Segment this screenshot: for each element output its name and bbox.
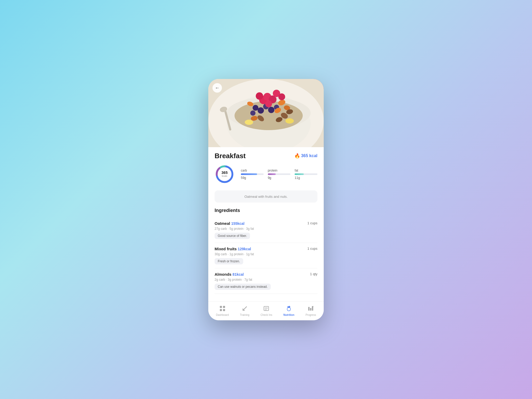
svg-point-5: [258, 107, 264, 114]
nav-item-checkins[interactable]: Check Ins: [258, 304, 275, 318]
svg-point-9: [253, 105, 258, 111]
svg-point-12: [256, 92, 263, 100]
nav-item-nutrition[interactable]: Nutrition: [281, 304, 297, 318]
nav-label-training: Training: [240, 313, 249, 316]
donut-label: kcals: [221, 175, 227, 177]
ingredient-almonds-kcal: 81kcal: [232, 272, 244, 276]
nav-item-progress[interactable]: Progress: [303, 304, 319, 318]
svg-rect-37: [220, 309, 222, 311]
nutrition-icon: [286, 306, 292, 313]
ingredient-almonds-tag: Can use walnuts or pecans instead.: [215, 284, 271, 290]
back-button[interactable]: ←: [212, 83, 222, 93]
ingredient-almonds-qty: 1 qty: [310, 272, 317, 276]
ingredients-title: Ingredients: [215, 208, 317, 213]
macro-fat-track: [295, 173, 317, 175]
calorie-donut: 365 kcals: [215, 164, 235, 184]
ingredient-oatmeal: Oatmeal 155kcal 1 cups 27g carb · 5g pro…: [215, 217, 317, 243]
ingredient-oatmeal-macros: 27g carb · 5g protein · 3g fat: [215, 227, 317, 231]
ingredient-oatmeal-qty: 1 cups: [307, 221, 317, 225]
macro-fat: fat 11g: [295, 169, 317, 180]
dashboard-icon: [220, 306, 225, 313]
kcal-badge: 🔥 365 kcal: [294, 153, 317, 159]
macro-protein-fill: [268, 173, 276, 175]
ingredient-mixed-fruits: Mixed fruits 129kcal 1 cups 30g carb · 1…: [215, 243, 317, 268]
macro-carb-name: carb: [241, 169, 264, 172]
phone-container: ← Breakfast 🔥 365 kcal: [208, 79, 324, 320]
description-box: Oatmeal with fruits and nuts.: [215, 190, 317, 203]
progress-icon: [308, 306, 314, 313]
svg-point-28: [278, 93, 285, 100]
donut-number: 365: [221, 171, 227, 175]
svg-point-26: [285, 118, 294, 124]
ingredient-almonds: Almonds 81kcal 1 qty 2g carb · 3g protei…: [215, 268, 317, 294]
ingredient-almonds-macros: 2g carb · 3g protein · 7g fat: [215, 278, 317, 281]
macro-fat-value: 11g: [295, 176, 317, 180]
nav-item-dashboard[interactable]: Dashboard: [213, 304, 231, 318]
macro-section: 365 kcals carb 59g protein: [208, 163, 324, 188]
description-text: Oatmeal with fruits and nuts.: [244, 195, 288, 199]
nav-label-progress: Progress: [306, 313, 316, 316]
macro-carb: carb 59g: [241, 169, 264, 180]
svg-rect-46: [308, 307, 310, 311]
svg-point-7: [268, 107, 274, 113]
nav-item-training[interactable]: Training: [237, 304, 252, 318]
ingredient-fruits-tag: Fresh or frozen.: [215, 258, 243, 264]
content-area: Breakfast 🔥 365 kcal: [208, 147, 324, 301]
ingredient-oatmeal-name-group: Oatmeal 155kcal: [215, 221, 244, 226]
svg-rect-35: [220, 306, 222, 308]
svg-point-15: [265, 100, 272, 107]
ingredient-oatmeal-header: Oatmeal 155kcal 1 cups: [215, 221, 317, 226]
macro-fat-fill: [295, 173, 304, 175]
ingredient-almonds-header: Almonds 81kcal 1 qty: [215, 272, 317, 277]
ingredient-fruits-name: Mixed fruits: [215, 247, 238, 251]
nav-label-dashboard: Dashboard: [216, 313, 229, 316]
food-image: ←: [208, 79, 324, 147]
ingredient-fruits-name-group: Mixed fruits 129kcal: [215, 247, 251, 251]
back-arrow-icon: ←: [215, 86, 220, 90]
meal-title: Breakfast: [215, 152, 246, 160]
macro-protein-name: protein: [268, 169, 291, 172]
svg-rect-47: [310, 308, 311, 311]
ingredient-oatmeal-kcal: 155kcal: [231, 221, 244, 226]
flame-icon: 🔥: [294, 153, 300, 159]
donut-center: 365 kcals: [221, 171, 227, 177]
svg-rect-38: [223, 309, 225, 311]
nav-label-checkins: Check Ins: [260, 313, 272, 316]
svg-rect-49: [312, 306, 313, 307]
ingredient-fruits-macros: 30g carb · 1g protein · 1g fat: [215, 252, 317, 256]
meal-header: Breakfast 🔥 365 kcal: [208, 147, 324, 163]
macro-carb-track: [241, 173, 264, 175]
macro-carb-fill: [241, 173, 257, 175]
kcal-value: 365 kcal: [301, 153, 317, 158]
ingredient-fruits-header: Mixed fruits 129kcal 1 cups: [215, 247, 317, 251]
macro-protein-track: [268, 173, 291, 175]
training-icon: [242, 306, 248, 313]
svg-point-10: [250, 110, 256, 116]
ingredient-fruits-qty: 1 cups: [307, 247, 317, 251]
macro-carb-value: 59g: [241, 176, 264, 180]
macro-protein: protein 9g: [268, 169, 291, 180]
checkins-icon: [263, 306, 269, 313]
ingredients-section: Ingredients Oatmeal 155kcal 1 cups 27g c…: [208, 207, 324, 294]
svg-rect-36: [223, 306, 225, 308]
bottom-nav: Dashboard Training: [208, 301, 324, 320]
ingredient-fruits-kcal: 129kcal: [238, 247, 251, 251]
ingredient-almonds-name-group: Almonds 81kcal: [215, 272, 244, 277]
macro-protein-value: 9g: [268, 176, 291, 180]
nav-label-nutrition: Nutrition: [283, 313, 294, 316]
ingredient-oatmeal-tag: Good source of fiber.: [215, 233, 250, 239]
ingredient-almonds-name: Almonds: [215, 272, 232, 276]
macros-list: carb 59g protein 9g fat: [241, 169, 317, 180]
ingredient-oatmeal-name: Oatmeal: [215, 221, 231, 226]
macro-fat-name: fat: [295, 169, 317, 172]
svg-point-25: [245, 120, 253, 125]
